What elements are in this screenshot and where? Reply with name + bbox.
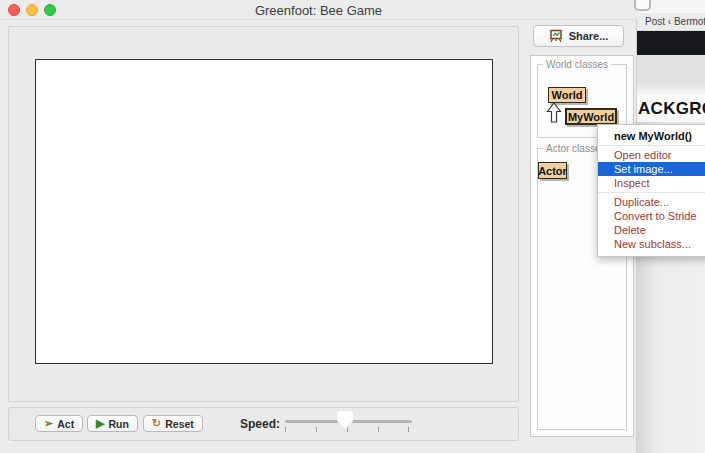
menu-separator bbox=[598, 145, 705, 146]
class-actor[interactable]: Actor bbox=[538, 162, 567, 179]
menu-item-open-editor[interactable]: Open editor bbox=[598, 148, 705, 162]
reset-button-label: Reset bbox=[165, 418, 194, 430]
menu-item-duplicate[interactable]: Duplicate... bbox=[598, 195, 705, 209]
easel-chart-icon bbox=[549, 29, 563, 43]
menu-item-new-myworld[interactable]: new MyWorld() bbox=[598, 129, 705, 143]
act-button[interactable]: ➢ Act bbox=[35, 415, 83, 432]
world-classes-title: World classes bbox=[543, 59, 611, 70]
class-actor-label: Actor bbox=[538, 165, 567, 177]
class-world[interactable]: World bbox=[548, 87, 586, 103]
window-title: Greenfoot: Bee Game bbox=[0, 3, 637, 18]
slider-tick bbox=[378, 427, 379, 432]
slider-tick bbox=[285, 427, 286, 432]
class-myworld[interactable]: MyWorld bbox=[565, 108, 617, 125]
menu-item-set-image[interactable]: Set image... bbox=[598, 162, 705, 176]
run-button[interactable]: ▶ Run bbox=[87, 415, 138, 432]
context-menu: new MyWorld() Open editor Set image... I… bbox=[597, 124, 705, 257]
menu-separator bbox=[598, 192, 705, 193]
world-canvas[interactable] bbox=[35, 59, 493, 364]
titlebar[interactable]: Greenfoot: Bee Game bbox=[0, 0, 637, 20]
browser-gray-band bbox=[637, 55, 705, 95]
inheritance-arrow-icon bbox=[546, 102, 562, 124]
class-world-label: World bbox=[552, 89, 583, 101]
play-icon: ▶ bbox=[96, 418, 104, 429]
browser-heading: ACKGROU bbox=[638, 99, 705, 119]
menu-item-inspect[interactable]: Inspect bbox=[598, 176, 705, 190]
act-step-icon: ➢ bbox=[44, 418, 53, 429]
slider-tick bbox=[347, 427, 348, 432]
slider-tick bbox=[408, 427, 409, 432]
slider-tick bbox=[316, 427, 317, 432]
screen: Greenfoot: Bee Game ➢ Act ▶ Run ↻ Reset … bbox=[0, 0, 705, 453]
act-button-label: Act bbox=[57, 418, 74, 430]
reset-button[interactable]: ↻ Reset bbox=[143, 415, 203, 432]
menu-item-convert-to-stride[interactable]: Convert to Stride bbox=[598, 209, 705, 223]
class-myworld-label: MyWorld bbox=[568, 111, 614, 123]
share-button-label: Share... bbox=[569, 30, 609, 42]
browser-toolbar-area bbox=[637, 0, 705, 13]
share-button[interactable]: Share... bbox=[533, 25, 624, 47]
browser-toolbar-fragment bbox=[634, 0, 651, 11]
greenfoot-window: Greenfoot: Bee Game ➢ Act ▶ Run ↻ Reset … bbox=[0, 0, 637, 453]
speed-label: Speed: bbox=[240, 417, 280, 431]
browser-heading-area: ACKGROU bbox=[637, 95, 705, 122]
browser-tab-title[interactable]: Post ‹ Bermote bbox=[637, 13, 705, 31]
menu-item-new-subclass[interactable]: New subclass... bbox=[598, 237, 705, 251]
reset-arrow-icon: ↻ bbox=[152, 418, 161, 429]
run-button-label: Run bbox=[108, 418, 128, 430]
browser-dark-bar bbox=[637, 31, 705, 55]
menu-item-delete[interactable]: Delete bbox=[598, 223, 705, 237]
